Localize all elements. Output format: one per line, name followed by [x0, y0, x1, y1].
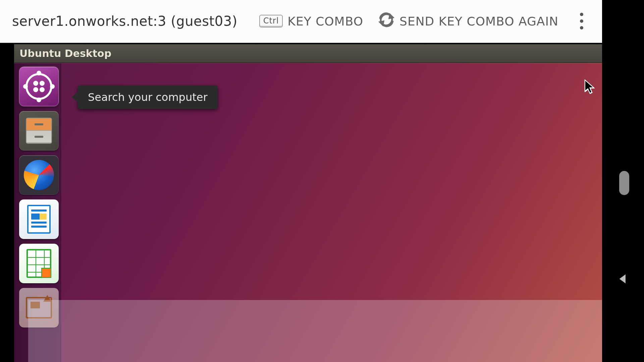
scrollbar-thumb[interactable]: [619, 171, 629, 195]
android-back-button[interactable]: [617, 273, 629, 285]
spreadsheet-icon: [26, 249, 51, 278]
remote-desktop-viewport[interactable]: Ubuntu Desktop: [0, 44, 602, 362]
ubuntu-desktop: Ubuntu Desktop: [14, 44, 602, 362]
android-system-bar: [602, 0, 644, 362]
launcher-dash-icon[interactable]: [19, 67, 59, 106]
key-combo-button[interactable]: Ctrl KEY COMBO: [259, 14, 363, 28]
send-again-label: SEND KEY COMBO AGAIN: [399, 14, 558, 28]
document-icon: [27, 205, 51, 234]
launcher-tooltip: Search your computer: [78, 85, 218, 109]
ubuntu-logo-icon: [25, 73, 52, 100]
android-bottom-overlay: [28, 300, 602, 362]
file-cabinet-icon: [26, 118, 52, 144]
mouse-cursor-icon: [584, 79, 594, 94]
firefox-icon: [24, 160, 54, 190]
launcher-files-icon[interactable]: [19, 111, 59, 150]
send-key-combo-again-button[interactable]: SEND KEY COMBO AGAIN: [378, 11, 558, 31]
app-toolbar: server1.onworks.net:3 (guest03) Ctrl KEY…: [0, 0, 602, 43]
launcher-calc-icon[interactable]: [19, 244, 59, 283]
overflow-menu-button[interactable]: [573, 11, 590, 31]
launcher-firefox-icon[interactable]: [19, 155, 59, 195]
ctrl-key-icon: Ctrl: [259, 15, 283, 27]
refresh-icon: [378, 11, 395, 31]
launcher-writer-icon[interactable]: [19, 199, 59, 239]
ubuntu-menubar-title: Ubuntu Desktop: [14, 44, 602, 63]
key-combo-label: KEY COMBO: [287, 14, 363, 28]
connection-title: server1.onworks.net:3 (guest03): [12, 13, 245, 29]
ubuntu-workspace[interactable]: Search your computer: [14, 63, 602, 362]
